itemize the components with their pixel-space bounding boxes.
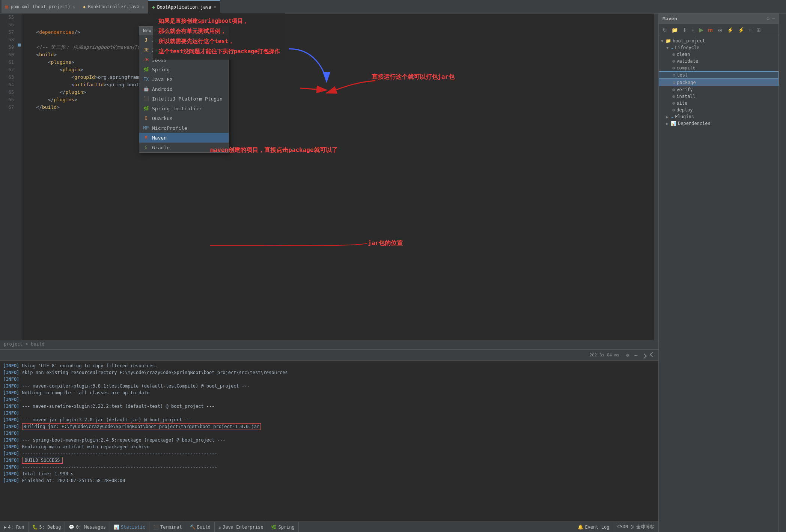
maven-run-btn[interactable]: ▶	[697, 26, 705, 34]
close-icon[interactable]: –	[633, 352, 639, 358]
javafx-label: Java FX	[152, 77, 173, 82]
jboss-icon: JB	[143, 57, 149, 63]
tree-compile[interactable]: ⚙ compile	[659, 65, 778, 71]
popup-java-enterprise[interactable]: JE Java Enterprise	[139, 45, 229, 55]
tree-install[interactable]: ⚙ install	[659, 93, 778, 100]
settings-icon[interactable]: ⚙	[625, 352, 631, 358]
close-icon[interactable]: ✕	[214, 5, 216, 9]
popup-maven[interactable]: M Maven	[139, 133, 229, 143]
gradle-label: Gradle	[152, 145, 170, 150]
new-project-popup: New Project J Java JE Java Enterprise JB…	[139, 26, 229, 153]
lifecycle-arrow-icon: ▼	[666, 46, 669, 50]
tree-validate[interactable]: ⚙ validate	[659, 58, 778, 65]
messages-label: 0: Messages	[76, 524, 105, 530]
bottom-java-enterprise[interactable]: ☕ Java Enterprise	[215, 522, 268, 532]
maven-skip-btn[interactable]: ⏭	[716, 26, 724, 34]
maven-m-btn[interactable]: m	[706, 26, 714, 34]
tree-test[interactable]: ⚙ test	[659, 71, 778, 79]
popup-java[interactable]: J Java	[139, 35, 229, 45]
popup-intellij-plugin[interactable]: ⬛ IntelliJ Platform Plugin	[139, 94, 229, 104]
bottom-run[interactable]: ▶ 4: Run	[0, 522, 29, 532]
close-icon[interactable]: ✕	[142, 4, 145, 9]
event-log-label: Event Log	[585, 524, 609, 530]
quarkus-label: Quarkus	[152, 116, 173, 121]
scrollbar[interactable]	[654, 14, 658, 340]
breadcrumb: project > build	[0, 340, 658, 349]
popup-gradle[interactable]: G Gradle	[139, 143, 229, 152]
maven-icon: M	[143, 135, 149, 141]
maven-bolt-btn[interactable]: ⚡	[736, 26, 746, 34]
tree-plugins[interactable]: ▶ ☁ Plugins	[659, 113, 778, 120]
maven-folder-btn[interactable]: 📁	[670, 26, 679, 34]
gear-icon: ⚙	[673, 72, 675, 78]
tree-verify[interactable]: ⚙ verify	[659, 86, 778, 93]
tab-icon-boot: ◆	[152, 5, 155, 10]
tab-boot[interactable]: ◆ BootApplication.java ✕	[148, 0, 220, 14]
intellij-icon: ⬛	[143, 96, 149, 102]
maven-panel: Maven ⚙ – ↻ 📁 ⬇ + ▶ m ⏭ ⚡ ⚡ ≡ ⊞	[658, 14, 778, 532]
install-label: install	[676, 94, 696, 99]
popup-spring-initializr[interactable]: 🌿 Spring Initializr	[139, 104, 229, 113]
android-label: Android	[152, 86, 173, 92]
plugins-arrow-icon: ▶	[666, 115, 669, 119]
maven-download-btn[interactable]: ⬇	[681, 26, 688, 34]
android-icon: 🤖	[143, 86, 149, 92]
maven-label: Maven	[152, 135, 167, 141]
ide-window: m pom.xml (boot_project) ✕ ◆ BookControl…	[0, 0, 786, 532]
popup-spring[interactable]: 🌿 Spring	[139, 65, 229, 74]
code-editor[interactable]: 55 56 57 58 59 60 61 62 63 64 65 66 67	[0, 14, 658, 340]
right-gutter	[778, 14, 786, 532]
lifecycle-icon: ☁	[671, 45, 673, 50]
popup-javafx[interactable]: FX Java FX	[139, 74, 229, 84]
popup-microprofile[interactable]: MP MicroProfile	[139, 123, 229, 133]
maven-expand-btn[interactable]: ⊞	[755, 26, 762, 34]
bottom-build[interactable]: 🔨 Build	[186, 522, 215, 532]
maven-minimize-icon[interactable]: –	[772, 16, 775, 21]
gradle-icon: G	[143, 144, 149, 150]
intellij-label: IntelliJ Platform Plugin	[152, 96, 223, 102]
debug-label: 5: Debug	[39, 524, 61, 530]
jboss-label: JBoss	[152, 57, 167, 63]
tab-pom[interactable]: m pom.xml (boot_project) ✕	[2, 0, 79, 14]
console-toolbar: 202 3s 64 ms ⚙ –	[0, 350, 658, 361]
bottom-statistic[interactable]: 📊 Statistic	[110, 522, 149, 532]
bottom-bar: ▶ 4: Run 🐛 5: Debug 💬 0: Messages 📊 Stat…	[0, 521, 658, 532]
quarkus-icon: Q	[143, 115, 149, 121]
gear-icon: ⚙	[672, 87, 675, 92]
console-area: 202 3s 64 ms ⚙ – [INFO] Using 'UTF-8' en…	[0, 349, 658, 521]
java-enterprise-label: Java Enterprise	[223, 524, 263, 530]
bottom-spring[interactable]: 🌿 Spring	[267, 522, 298, 532]
tab-icon-j: ◆	[83, 4, 86, 9]
maven-plus-btn[interactable]: +	[690, 26, 696, 34]
tree-project[interactable]: ▼ 📁 boot_project	[659, 38, 778, 44]
plugins-label: Plugins	[675, 114, 694, 119]
tab-label-book: BookController.java	[88, 4, 139, 9]
tree-deploy[interactable]: ⚙ deploy	[659, 107, 778, 113]
bottom-messages[interactable]: 💬 0: Messages	[65, 522, 110, 532]
gear-icon: ⚙	[672, 59, 675, 64]
close-icon[interactable]: ✕	[72, 4, 75, 9]
bottom-terminal[interactable]: ⬛ Terminal	[149, 522, 186, 532]
popup-quarkus[interactable]: Q Quarkus	[139, 113, 229, 123]
popup-android[interactable]: 🤖 Android	[139, 84, 229, 94]
maven-settings-icon[interactable]: ⚙	[766, 16, 769, 21]
spring-initializr-icon: 🌿	[143, 105, 149, 111]
tab-book[interactable]: ◆ BookController.java ✕	[79, 0, 148, 14]
terminal-label: Terminal	[160, 524, 182, 530]
build-label: Build	[197, 524, 211, 530]
tree-lifecycle[interactable]: ▼ ☁ Lifecycle	[659, 44, 778, 51]
main-layout: 55 56 57 58 59 60 61 62 63 64 65 66 67	[0, 14, 786, 532]
gear-icon: ⚙	[672, 94, 675, 99]
tree-dependencies[interactable]: ▶ 📊 Dependencies	[659, 120, 778, 127]
popup-jboss[interactable]: JB JBoss	[139, 55, 229, 65]
event-log[interactable]: 🔔 Event Log	[574, 522, 613, 532]
bottom-debug[interactable]: 🐛 5: Debug	[29, 522, 65, 532]
tree-package[interactable]: ⚙ package	[659, 79, 778, 86]
tree-clean[interactable]: ⚙ clean	[659, 51, 778, 58]
java-icon: J	[143, 37, 149, 43]
maven-cols-btn[interactable]: ≡	[747, 26, 753, 34]
tree-site[interactable]: ⚙ site	[659, 100, 778, 107]
maven-refresh-btn[interactable]: ↻	[661, 26, 669, 34]
maven-generate-btn[interactable]: ⚡	[726, 26, 735, 34]
compile-label: compile	[676, 65, 696, 71]
